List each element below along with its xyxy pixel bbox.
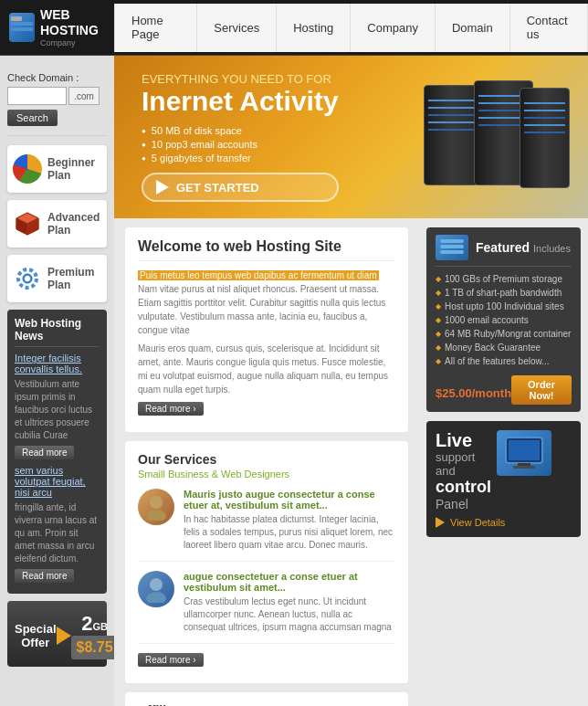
control-text: control (436, 478, 491, 497)
logo-text: WEB HOSTING Company (40, 7, 105, 47)
news-text-2: fringilla ante, id viverra urna lacus at… (15, 501, 100, 565)
welcome-read-more[interactable]: Read more › (138, 402, 204, 416)
live-support-inner: Live support and control Panel (436, 430, 572, 511)
news-title: Web Hosting News (15, 317, 100, 347)
domain-input-row: .com (7, 87, 107, 105)
featured-item-5: 64 MB Ruby/Mongrat container (436, 327, 572, 341)
svg-rect-16 (440, 250, 464, 254)
services-read-more[interactable]: Read more › (138, 653, 204, 667)
hero-feature-3: 5 gigabytes of transfer (142, 153, 339, 163)
svg-point-11 (146, 510, 166, 521)
nav-item-services[interactable]: Services (197, 4, 277, 52)
nav-item-hosting[interactable]: Hosting (277, 4, 351, 52)
affiliate-section: Affiliate Program Curabitur ipsum. Vesti… (125, 692, 408, 706)
featured-includes: Includes (533, 243, 571, 254)
nav-item-company[interactable]: Company (351, 4, 436, 52)
svg-point-10 (150, 496, 163, 509)
plan-advanced-label: Advanced Plan (47, 211, 101, 237)
get-started-button[interactable]: GET STARTED (142, 173, 339, 202)
domain-ext: .com (68, 87, 100, 105)
server-block-3 (520, 88, 570, 188)
service-avatar-2 (138, 571, 174, 607)
logo-area: WEB HOSTING Company (0, 0, 114, 55)
server-image (369, 80, 570, 195)
news-item-1: Integer facilisis convallis tellus. (15, 353, 100, 374)
domain-check: Check Domain : .com Search (7, 65, 107, 136)
featured-item-1: 100 GBs of Premium storage (436, 272, 572, 286)
service-text-2: Cras vestibulum lectus eget nunc. Ut inc… (184, 595, 395, 634)
panel-text: Panel (436, 497, 491, 511)
featured-icon (436, 235, 468, 260)
header: WEB HOSTING Company Home PageServicesHos… (0, 0, 588, 56)
svg-point-12 (150, 578, 163, 591)
offer-gb-container: 2GB $8.75 (71, 612, 119, 659)
hero-everything: EVERYTHING YOU NEED TO FOR (142, 72, 339, 86)
search-button[interactable]: Search (7, 110, 58, 126)
support-text: support (436, 450, 491, 464)
welcome-section: Welcome to web Hosting Site Puis metus l… (125, 227, 408, 432)
welcome-title: Welcome to web Hosting Site (138, 238, 395, 261)
featured-header: Featured Includes (436, 235, 572, 267)
logo-web: WEB HOSTING (40, 7, 105, 38)
domain-input[interactable] (7, 87, 67, 105)
get-started-label: GET STARTED (176, 181, 259, 195)
welcome-para1: Puis metus leo tempus web dapibus ac fer… (138, 269, 395, 337)
plan-premium[interactable]: Premium Plan (7, 255, 107, 302)
featured-title-area: Featured Includes (476, 240, 571, 255)
svg-rect-0 (11, 22, 33, 26)
svg-rect-20 (513, 466, 535, 469)
news-read-more-2[interactable]: Read more (15, 569, 74, 583)
plan-advanced[interactable]: Advanced Plan (7, 200, 107, 248)
view-details-label: View Details (450, 517, 505, 528)
hero-title: Inernet Activity (142, 86, 339, 116)
service-item-1: Mauris justo augue consectetur a conse e… (138, 489, 395, 562)
service-content-2: augue consectetuer a conse etuer at vest… (184, 571, 395, 634)
service-text-1: In hac habitasse platea dictumst. Intege… (184, 513, 395, 552)
featured-item-6: Money Back Guarantee (436, 341, 572, 354)
sidebar: Check Domain : .com Search Beginner Plan (0, 56, 114, 706)
hero-feature-2: 10 pop3 email accounts (142, 139, 339, 150)
special-offer-text: Special Offer (15, 622, 57, 649)
svg-point-9 (25, 276, 30, 281)
featured-list: 100 GBs of Premium storage 1 TB of shart… (436, 272, 572, 368)
offer-gb: 2GB (71, 612, 119, 636)
plan-beginner-label: Beginner Plan (47, 156, 101, 182)
news-box: Web Hosting News Integer facilisis conva… (7, 310, 107, 594)
server-block-1 (424, 85, 478, 185)
svg-point-13 (146, 592, 166, 603)
live-support-text: Live support and control Panel (436, 430, 491, 511)
news-link-1[interactable]: Integer facilisis convallis tellus. (15, 353, 82, 374)
offer-price: $8.75 (71, 636, 119, 659)
featured-item-4: 1000 email accounts (436, 313, 572, 327)
hero-left: EVERYTHING YOU NEED TO FOR Inernet Activ… (142, 72, 339, 202)
service-avatar-1 (138, 489, 174, 525)
svg-rect-18 (509, 440, 540, 460)
svg-rect-14 (440, 239, 464, 243)
news-link-2[interactable]: sem varius volutpat feugiat, nisi arcu (15, 465, 86, 498)
plan-premium-label: Premium Plan (47, 266, 101, 291)
domain-check-label: Check Domain : (7, 72, 107, 83)
view-details-button[interactable]: View Details (436, 517, 572, 528)
hero-features: 50 MB of disk space 10 pop3 email accoun… (142, 125, 339, 163)
news-read-more-1[interactable]: Read more (15, 446, 74, 459)
featured-price-row: $25.00/month Order Now! (436, 375, 572, 405)
welcome-para2: Mauris eros quam, cursus quis, scelerisq… (138, 342, 395, 396)
content-sections: Welcome to web Hosting Site Puis metus l… (114, 218, 588, 706)
nav-item-home-page[interactable]: Home Page (114, 4, 197, 52)
featured-item-3: Host upto 100 Individual sites (436, 300, 572, 313)
nav-item-contact-us[interactable]: Contact us (510, 4, 588, 52)
services-subtitle: Smaill Business & Web Designers (138, 469, 395, 479)
featured-section: Featured Includes 100 GBs of Premium sto… (426, 227, 581, 412)
offer-label: Offer (15, 636, 57, 649)
svg-rect-15 (440, 245, 464, 248)
featured-item-2: 1 TB of shart-path bandwidth (436, 286, 572, 300)
layout: Check Domain : .com Search Beginner Plan (0, 56, 588, 706)
pie-chart-icon (13, 153, 42, 185)
nav-item-domain[interactable]: Domain (436, 4, 510, 52)
main-nav: Home PageServicesHostingCompanyDomainCon… (114, 4, 588, 52)
service-title-1: Mauris justo augue consectetur a conse e… (184, 489, 395, 511)
featured-title: Featured (476, 240, 533, 255)
main-content: EVERYTHING YOU NEED TO FOR Inernet Activ… (114, 56, 588, 706)
plan-beginner[interactable]: Beginner Plan (7, 145, 107, 193)
order-now-button[interactable]: Order Now! (511, 375, 572, 405)
